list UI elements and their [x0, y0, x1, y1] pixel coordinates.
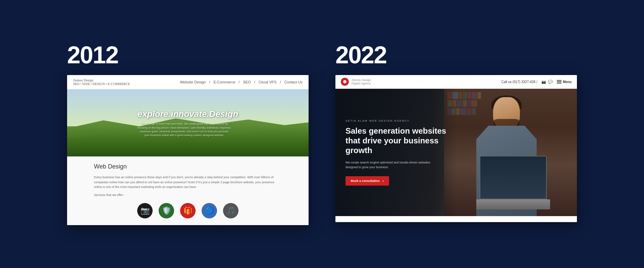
music-icon: 🎵 [223, 203, 238, 218]
section-title-2012: Web Design [94, 163, 282, 170]
nav-call-2022: Call us (017) 3327-428 / [501, 80, 537, 84]
section-2012: 2012 Zemos| Design SEO • WEB • DESIGN • … [67, 43, 309, 225]
hero-subtitle-2012: Web Design is more than just looks. We c… [138, 122, 231, 137]
mockup-2022: Zemos Design Digital Agency Call us (017… [335, 75, 577, 222]
sections-wrapper: 2012 Zemos| Design SEO • WEB • DESIGN • … [20, 43, 624, 225]
gift-icon: 🎁 [180, 203, 196, 218]
logo-2012: Zemos| Design SEO • WEB • DESIGN • E-COM… [73, 78, 130, 86]
year-label-2012: 2012 [67, 43, 118, 67]
content-2012: Web Design Every business has an online … [67, 156, 309, 225]
nav-menu-button[interactable]: Menu [557, 80, 572, 84]
nav-right-2022: Call us (017) 3327-428 / 📷 💬 Menu [501, 80, 572, 84]
laptop-base [476, 199, 550, 209]
content-paragraph-2012: Every business has an online presence th… [94, 175, 282, 189]
hamburger-icon [557, 80, 561, 83]
hero-2012: explore.innovate.Design Web Design is mo… [67, 89, 309, 156]
nav-link-ecommerce[interactable]: E-Commerce [214, 80, 235, 84]
nav-links-2012[interactable]: Website Design / E-Commerce / SEO / Clou… [180, 80, 303, 84]
joomla-icon: 🔵 [202, 203, 217, 218]
cta-button-2022[interactable]: Book a consultation › [345, 176, 389, 186]
mockup-2022-bottom [335, 216, 577, 222]
section-2022: 2022 Zemos Design Digital Agency [335, 43, 577, 222]
hero-title-2012: explore.innovate.Design [138, 109, 238, 119]
mockup-2012: Zemos| Design SEO • WEB • DESIGN • E-COM… [67, 75, 309, 225]
logo-svg-icon [342, 79, 347, 84]
instagram-icon[interactable]: 📷 [541, 80, 546, 84]
nav-link-cloudvps[interactable]: Cloud VPS [259, 80, 277, 84]
service-icons-2012: 📷 🛡️ 🎁 🔵 🎵 [94, 203, 282, 218]
nav-social-icons: 📷 💬 [541, 80, 553, 84]
nav-link-seo[interactable]: SEO [243, 80, 251, 84]
hero-2022: SETIA ALAM WEB DESIGN AGENCY Sales gener… [335, 89, 577, 216]
shield-icon: 🛡️ [159, 203, 174, 218]
cta-label: Book a consultation [351, 179, 380, 183]
logo-text-2012: Zemos| Design SEO • WEB • DESIGN • E-COM… [73, 78, 130, 86]
svg-point-0 [343, 80, 346, 83]
nav-2022: Zemos Design Digital Agency Call us (017… [335, 75, 577, 89]
services-label-2012: Services that we offer - [94, 193, 282, 197]
logo-icon-2022 [341, 78, 349, 86]
cta-arrow-icon: › [382, 179, 384, 183]
nav-link-contact[interactable]: Contact Us [284, 80, 303, 84]
laptop-screen [480, 156, 547, 199]
main-container: 2012 Zemos| Design SEO • WEB • DESIGN • … [0, 36, 644, 232]
nav-link-webdesign[interactable]: Website Design [180, 80, 206, 84]
hero-text-2012: explore.innovate.Design Web Design is mo… [138, 109, 238, 137]
logo-area-2022: Zemos Design Digital Agency [341, 78, 371, 86]
hero-eyebrow-2022: SETIA ALAM WEB DESIGN AGENCY [345, 119, 453, 122]
hero-content-2022: SETIA ALAM WEB DESIGN AGENCY Sales gener… [335, 109, 463, 196]
hero-subtitle-2022: We create search engine optimized and re… [345, 160, 433, 170]
whatsapp-icon[interactable]: 💬 [548, 80, 553, 84]
logo-text-2022: Zemos Design Digital Agency [352, 78, 371, 85]
hero-title-2022: Sales generation websites that drive you… [345, 126, 453, 155]
year-label-2022: 2022 [335, 43, 386, 67]
nav-2012: Zemos| Design SEO • WEB • DESIGN • E-COM… [67, 75, 309, 89]
camera-icon: 📷 [137, 203, 153, 218]
